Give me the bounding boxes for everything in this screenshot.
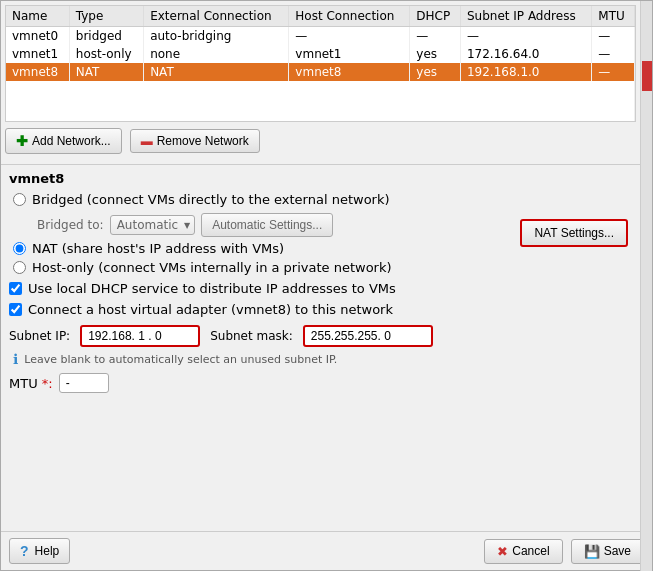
radio-group: Bridged (connect VMs directly to the ext… xyxy=(13,192,628,275)
dhcp-checkbox-row: Use local DHCP service to distribute IP … xyxy=(9,281,628,296)
table-row-empty xyxy=(6,81,635,121)
cell-type: NAT xyxy=(69,63,143,81)
col-name: Name xyxy=(6,6,69,27)
toolbar: ✚ Add Network... ▬ Remove Network xyxy=(1,122,652,160)
cell-dhcp: yes xyxy=(410,45,461,63)
network-name: vmnet8 xyxy=(9,171,628,186)
subnet-mask-label: Subnet mask: xyxy=(210,329,293,343)
cell-subnet: 192.168.1.0 xyxy=(460,63,591,81)
dhcp-label: Use local DHCP service to distribute IP … xyxy=(28,281,396,296)
table-row-selected[interactable]: vmnet8 NAT NAT vmnet8 yes 192.168.1.0 — xyxy=(6,63,635,81)
cell-host: — xyxy=(289,27,410,46)
cell-host: vmnet1 xyxy=(289,45,410,63)
cancel-button[interactable]: ✖ Cancel xyxy=(484,539,562,564)
cell-mtu: — xyxy=(592,63,635,81)
divider xyxy=(1,164,652,165)
bridged-label: Bridged (connect VMs directly to the ext… xyxy=(32,192,390,207)
mtu-row: MTU *: xyxy=(9,373,628,393)
help-icon: ? xyxy=(20,543,29,559)
nat-settings-label: NAT Settings... xyxy=(534,226,614,240)
nat-settings-container: NAT Settings... xyxy=(520,219,628,247)
adapter-checkbox-row: Connect a host virtual adapter (vmnet8) … xyxy=(9,302,628,317)
cell-external: none xyxy=(144,45,289,63)
add-icon: ✚ xyxy=(16,133,28,149)
nat-label: NAT (share host's IP address with VMs) xyxy=(32,241,284,256)
save-icon: 💾 xyxy=(584,544,600,559)
table-row[interactable]: vmnet1 host-only none vmnet1 yes 172.16.… xyxy=(6,45,635,63)
nat-radio[interactable] xyxy=(13,242,26,255)
hostonly-row: Host-only (connect VMs internally in a p… xyxy=(13,260,628,275)
bridged-value: Automatic xyxy=(117,218,179,232)
bridged-row: Bridged (connect VMs directly to the ext… xyxy=(13,192,628,207)
subnet-mask-input[interactable] xyxy=(303,325,433,347)
info-text: Leave blank to automatically select an u… xyxy=(24,353,337,366)
hostonly-radio[interactable] xyxy=(13,261,26,274)
col-subnet: Subnet IP Address xyxy=(460,6,591,27)
main-container: Name Type External Connection Host Conne… xyxy=(0,0,653,571)
info-icon: ℹ xyxy=(13,351,18,367)
bridged-to-label: Bridged to: xyxy=(37,218,104,232)
network-table-container: Name Type External Connection Host Conne… xyxy=(5,5,636,122)
col-external: External Connection xyxy=(144,6,289,27)
subnet-ip-input[interactable] xyxy=(80,325,200,347)
settings-area: vmnet8 Bridged (connect VMs directly to … xyxy=(1,169,636,531)
cell-host: vmnet8 xyxy=(289,63,410,81)
col-host: Host Connection xyxy=(289,6,410,27)
cell-subnet: — xyxy=(460,27,591,46)
cell-name: vmnet0 xyxy=(6,27,69,46)
add-label: Add Network... xyxy=(32,134,111,148)
cell-mtu: — xyxy=(592,45,635,63)
bridged-dropdown[interactable]: Automatic xyxy=(110,215,196,235)
bridged-radio[interactable] xyxy=(13,193,26,206)
table-row[interactable]: vmnet0 bridged auto-bridging — — — — xyxy=(6,27,635,46)
required-star: *: xyxy=(42,376,53,391)
subnet-row: Subnet IP: Subnet mask: xyxy=(9,325,628,347)
help-label: Help xyxy=(35,544,60,558)
cell-type: bridged xyxy=(69,27,143,46)
col-mtu: MTU xyxy=(592,6,635,27)
cell-external: auto-bridging xyxy=(144,27,289,46)
remove-icon: ▬ xyxy=(141,134,153,148)
remove-label: Remove Network xyxy=(157,134,249,148)
subnet-ip-label: Subnet IP: xyxy=(9,329,70,343)
adapter-label: Connect a host virtual adapter (vmnet8) … xyxy=(28,302,393,317)
nat-settings-button[interactable]: NAT Settings... xyxy=(520,219,628,247)
hostonly-label: Host-only (connect VMs internally in a p… xyxy=(32,260,392,275)
add-network-button[interactable]: ✚ Add Network... xyxy=(5,128,122,154)
cell-name: vmnet1 xyxy=(6,45,69,63)
cell-type: host-only xyxy=(69,45,143,63)
scrollbar-thumb[interactable] xyxy=(642,61,652,91)
cell-subnet: 172.16.64.0 xyxy=(460,45,591,63)
network-table: Name Type External Connection Host Conne… xyxy=(6,6,635,121)
cell-name: vmnet8 xyxy=(6,63,69,81)
info-row: ℹ Leave blank to automatically select an… xyxy=(13,351,628,367)
mtu-input[interactable] xyxy=(59,373,109,393)
col-type: Type xyxy=(69,6,143,27)
cancel-icon: ✖ xyxy=(497,544,508,559)
help-button[interactable]: ? Help xyxy=(9,538,70,564)
scrollbar[interactable] xyxy=(640,1,652,571)
bottom-bar: ? Help ✖ Cancel 💾 Save xyxy=(1,531,652,570)
cancel-label: Cancel xyxy=(512,544,549,558)
col-dhcp: DHCP xyxy=(410,6,461,27)
automatic-settings-label: Automatic Settings... xyxy=(212,218,322,232)
save-label: Save xyxy=(604,544,631,558)
automatic-settings-button[interactable]: Automatic Settings... xyxy=(201,213,333,237)
save-button[interactable]: 💾 Save xyxy=(571,539,644,564)
adapter-checkbox[interactable] xyxy=(9,303,22,316)
mtu-label: MTU *: xyxy=(9,376,53,391)
cell-dhcp: — xyxy=(410,27,461,46)
cell-dhcp: yes xyxy=(410,63,461,81)
cell-mtu: — xyxy=(592,27,635,46)
remove-network-button[interactable]: ▬ Remove Network xyxy=(130,129,260,153)
dhcp-checkbox[interactable] xyxy=(9,282,22,295)
right-buttons: ✖ Cancel 💾 Save xyxy=(484,539,644,564)
cell-external: NAT xyxy=(144,63,289,81)
